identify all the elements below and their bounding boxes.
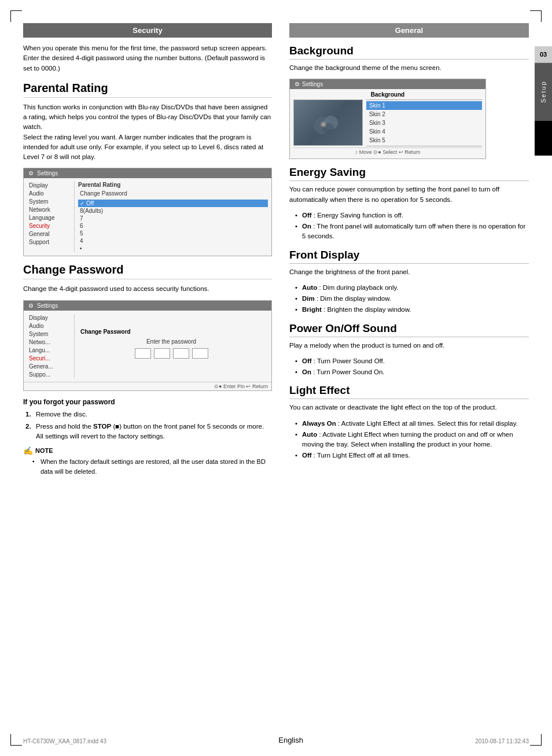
corner-mark-br [530,734,542,746]
footer-center: English [278,736,303,744]
forgot-pw-step-1: 1. Remove the disc. [25,410,272,419]
light-effect-auto: Auto : Activate Light Effect when turnin… [295,430,529,450]
front-display-auto: Auto : Dim during playback only. [295,283,529,293]
settings-title-label-cp: Settings [37,303,58,309]
pw-field-1[interactable] [135,348,151,359]
rating-6-option[interactable]: 6 [78,222,268,230]
parental-rating-title: Parental Rating [23,82,272,98]
corner-mark-tl [10,10,22,22]
power-sound-body: Play a melody when the product is turned… [289,341,529,351]
rating-4-option[interactable]: 4 [78,237,268,245]
light-effect-always-on: Always On : Activate Light Effect at all… [295,419,529,429]
front-display-dim: Dim : Dim the display window. [295,294,529,304]
cp-menu-support: Suppo... [27,371,71,378]
bg-skin-area: Skin 1 Skin 2 Skin 3 Skin 4 Skin 5 [366,99,482,146]
general-header: General [289,23,529,38]
bg-settings-label: Settings [302,81,323,87]
bg-sub-title: Background [293,91,482,98]
bg-skin-5[interactable]: Skin 5 [366,136,482,145]
cp-menu-language: Langu... [27,346,71,354]
light-effect-title: Light Effect [289,384,529,399]
rating-options: ✓Off 8(Adults) 7 6 5 4 • [78,200,268,252]
parental-rating-body: This function works in conjunction with … [23,102,272,163]
note-item-1: When the factory default settings are re… [32,457,272,476]
power-sound-title: Power On/Off Sound [289,322,529,337]
settings-title-label: Settings [37,170,58,176]
pw-main-area: Change Password Enter the password [74,314,268,378]
tab-black [535,121,552,156]
rating-7-option[interactable]: 7 [78,215,268,222]
light-effect-off: Off : Turn Light Effect off at all times… [295,451,529,460]
main-content: Security When you operate this menu for … [0,23,552,476]
energy-saving-bullets: Off : Energy Saving function is off. On … [289,211,529,242]
enter-password-label: Enter the password [146,338,196,345]
energy-saving-on: On : The front panel will automatically … [295,222,529,242]
note-box: ✍ NOTE When the factory default settings… [23,446,272,476]
cp-menu-system: System [27,330,71,338]
bg-content-area: Skin 1 Skin 2 Skin 3 Skin 4 Skin 5 [293,99,482,146]
change-password-settings-box: ⚙ Settings Display Audio System Netwo...… [23,300,272,391]
change-password-option[interactable]: Change Password [78,190,268,197]
settings-menu-pr: Display Audio System Network Language Se… [27,182,71,252]
forgot-pw-steps: 1. Remove the disc. 2. Press and hold th… [23,410,272,442]
parental-rating-settings-box: ⚙ Settings Display Audio System Network … [23,168,272,256]
change-password-body: Change the 4-digit password used to acce… [23,284,272,294]
corner-mark-bl [10,734,22,746]
tab-label: Setup [535,63,552,121]
bg-skin-1[interactable]: Skin 1 [366,101,482,110]
side-tab: 03 Setup [535,46,552,156]
right-column: General Background Change the background… [289,23,529,476]
bg-preview-image [294,100,362,145]
menu-item-network: Network [27,206,71,213]
note-icon: ✍ [23,446,33,455]
front-display-bullets: Auto : Dim during playback only. Dim : D… [289,283,529,315]
page: 03 Setup Security When you operate this … [0,0,552,756]
security-header: Security [23,23,272,38]
power-sound-off: Off : Turn Power Sound Off. [295,356,529,366]
bg-skin-divider [366,99,482,100]
rating-8-option[interactable]: 8(Adults) [78,207,268,215]
background-body: Change the background theme of the menu … [289,63,529,73]
menu-item-audio: Audio [27,190,71,197]
bg-skin-divider-bottom [366,146,482,146]
bg-skin-4[interactable]: Skin 4 [366,127,482,136]
settings-menu-cp: Display Audio System Netwo... Langu... S… [27,314,71,378]
front-display-title: Front Display [289,249,529,264]
power-sound-bullets: Off : Turn Power Sound Off. On : Turn Po… [289,356,529,378]
note-label: NOTE [35,447,53,454]
bg-inner: Background [290,89,485,158]
cp-menu-security[interactable]: Securi... [27,355,71,362]
forgot-pw-title: If you forgot your password [23,398,272,406]
bg-settings-title: ⚙ Settings [290,79,485,89]
rating-more-option: • [78,245,268,252]
note-title: ✍ NOTE [23,446,272,455]
settings-main-pr: Parental Rating Change Password ✓Off 8(A… [74,182,268,252]
tab-number: 03 [535,46,552,63]
energy-saving-title: Energy Saving [289,166,529,181]
bg-skin-3[interactable]: Skin 3 [366,119,482,127]
pw-field-4[interactable] [192,348,208,359]
background-title: Background [289,45,529,60]
menu-item-general: General [27,230,71,238]
left-column: Security When you operate this menu for … [23,23,272,476]
settings-box-title-cp: ⚙ Settings [24,301,271,311]
power-sound-on: On : Turn Power Sound On. [295,367,529,377]
settings-gear-icon: ⚙ [28,170,34,176]
menu-item-security-selected[interactable]: Security [27,222,71,230]
rating-5-option[interactable]: 5 [78,230,268,237]
bg-preview [293,99,363,146]
footer-right: 2010-08-17 11:32:43 [475,738,529,744]
background-settings-box: ⚙ Settings Background [289,79,486,159]
parental-rating-main-title: Parental Rating [78,182,268,188]
bg-preview-svg [311,108,345,137]
pw-field-3[interactable] [173,348,189,359]
corner-mark-tr [530,10,542,22]
light-effect-body: You can activate or deactivate the light… [289,403,529,412]
cp-menu-network: Netwo... [27,338,71,346]
change-password-title: Change Password [23,263,272,279]
pw-field-2[interactable] [154,348,170,359]
menu-item-system: System [27,198,71,205]
bg-skin-2[interactable]: Skin 2 [366,110,482,119]
settings-gear-icon-cp: ⚙ [28,303,34,309]
rating-off-option[interactable]: ✓Off [78,200,268,207]
